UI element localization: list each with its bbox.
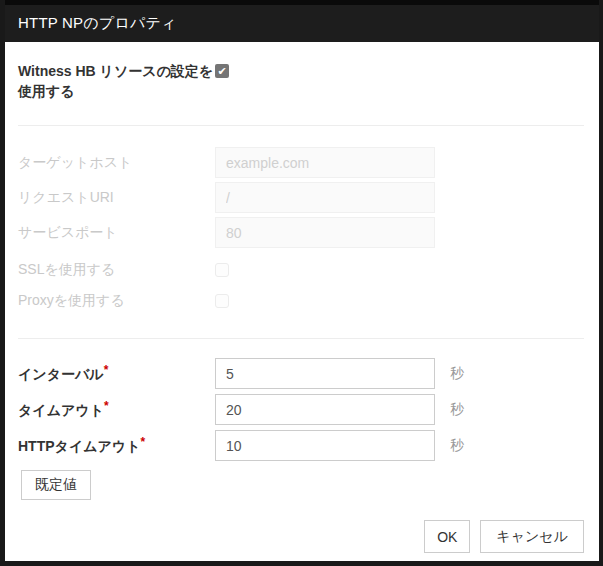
dialog-body: Witness HB リソースの設定を使用する ✔ ターゲットホスト リクエスト…	[5, 61, 599, 553]
interval-label: インターバル*	[18, 364, 215, 384]
timeout-unit: 秒	[450, 401, 464, 419]
request-uri-label: リクエストURI	[18, 189, 215, 207]
required-asterisk: *	[141, 435, 146, 449]
http-timeout-input[interactable]	[215, 430, 435, 461]
target-host-row: ターゲットホスト	[18, 147, 584, 178]
dialog-title: HTTP NPのプロパティ	[18, 14, 177, 33]
dialog-footer: OK キャンセル	[18, 520, 584, 553]
timeout-row: タイムアウト* 秒	[18, 394, 584, 425]
use-ssl-label: SSLを使用する	[18, 261, 215, 279]
required-asterisk: *	[104, 399, 109, 413]
service-port-label: サービスポート	[18, 224, 215, 242]
section-divider	[18, 338, 584, 339]
http-timeout-row: HTTPタイムアウト* 秒	[18, 430, 584, 461]
use-ssl-checkbox	[215, 263, 229, 277]
interval-unit: 秒	[450, 365, 464, 383]
target-host-input	[215, 147, 435, 178]
target-host-label: ターゲットホスト	[18, 154, 215, 172]
required-asterisk: *	[104, 363, 109, 377]
use-proxy-checkbox	[215, 294, 229, 308]
default-values-button[interactable]: 既定値	[21, 470, 91, 500]
cancel-button[interactable]: キャンセル	[480, 520, 584, 553]
witness-setting-checkbox[interactable]: ✔	[215, 64, 229, 78]
http-timeout-label: HTTPタイムアウト*	[18, 436, 215, 456]
service-port-input	[215, 217, 435, 248]
request-uri-input	[215, 182, 435, 213]
witness-setting-row: Witness HB リソースの設定を使用する ✔	[18, 61, 584, 101]
timeout-input[interactable]	[215, 394, 435, 425]
section-divider	[18, 125, 584, 126]
ok-button[interactable]: OK	[424, 520, 470, 553]
use-proxy-label: Proxyを使用する	[18, 292, 215, 310]
timeout-label: タイムアウト*	[18, 400, 215, 420]
service-port-row: サービスポート	[18, 217, 584, 248]
witness-setting-label: Witness HB リソースの設定を使用する	[18, 61, 215, 101]
dialog-titlebar: HTTP NPのプロパティ	[5, 0, 599, 42]
http-np-properties-dialog: HTTP NPのプロパティ Witness HB リソースの設定を使用する ✔ …	[0, 0, 603, 566]
use-ssl-row: SSLを使用する	[18, 263, 584, 277]
checkmark-icon: ✔	[217, 66, 226, 77]
interval-input[interactable]	[215, 358, 435, 389]
request-uri-row: リクエストURI	[18, 182, 584, 213]
use-proxy-row: Proxyを使用する	[18, 294, 584, 308]
http-timeout-unit: 秒	[450, 437, 464, 455]
interval-row: インターバル* 秒	[18, 358, 584, 389]
